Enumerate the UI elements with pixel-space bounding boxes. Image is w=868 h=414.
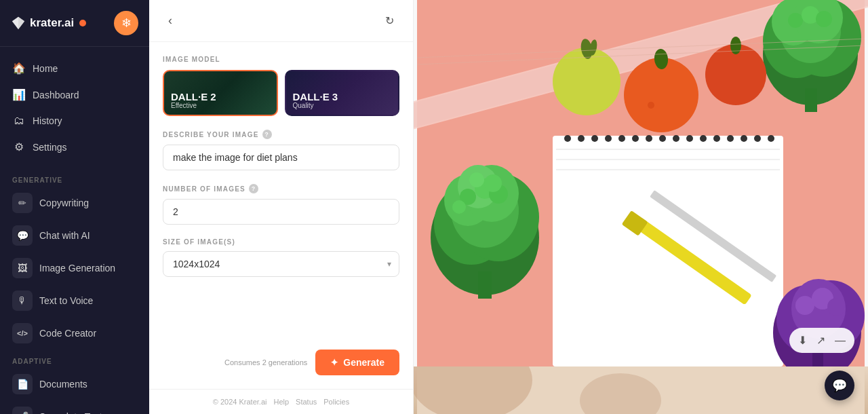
status-link[interactable]: Status (296, 398, 317, 406)
describe-input[interactable] (163, 145, 399, 170)
documents-icon: 📄 (12, 374, 33, 394)
snowflake-button[interactable]: ❄ (114, 11, 138, 35)
num-images-section: NUMBER OF IMAGES ? (163, 184, 399, 225)
svg-point-63 (795, 296, 814, 315)
svg-point-54 (730, 37, 741, 54)
adaptive-section-label: ADAPTIVE (0, 350, 149, 368)
sidebar-item-label: Speech to Text (39, 411, 102, 414)
sidebar-item-label: Image Generation (39, 263, 115, 274)
generate-label: Generate (343, 357, 384, 368)
form-content: IMAGE MODEL DALL·E 2 Effective DALL·E 3 … (149, 42, 413, 389)
logo-area: krater.ai ❄ (0, 0, 149, 47)
home-icon: 🏠 (12, 62, 26, 75)
sidebar-item-history[interactable]: 🗂 History (0, 108, 149, 134)
settings-icon: ⚙ (12, 140, 26, 153)
chat-fab-button[interactable]: 💬 (825, 371, 854, 400)
size-select[interactable]: 1024x1024 512x512 256x256 (163, 251, 399, 277)
svg-rect-30 (478, 271, 492, 299)
download-button[interactable]: ⬇ (796, 332, 809, 349)
svg-point-17 (700, 135, 707, 142)
svg-point-52 (648, 102, 654, 109)
footer: © 2024 Krater.ai Help Status Policies (149, 389, 413, 414)
svg-point-20 (741, 135, 747, 142)
image-model-section: IMAGE MODEL DALL·E 2 Effective DALL·E 3 … (163, 56, 399, 116)
generated-image-main: ⬇ ↗ — (414, 0, 868, 366)
svg-point-18 (713, 135, 720, 142)
svg-point-13 (646, 135, 652, 142)
svg-point-19 (727, 135, 734, 142)
main-nav: 🏠 Home 📊 Dashboard 🗂 History ⚙ Settings (0, 47, 149, 168)
svg-point-16 (686, 135, 693, 142)
svg-point-65 (827, 298, 845, 316)
svg-point-70 (414, 366, 532, 414)
dalle3-name: DALL·E 3 (293, 92, 338, 102)
dalle2-desc: Effective (171, 102, 197, 109)
dalle2-name: DALL·E 2 (171, 92, 216, 102)
more-options-button[interactable]: — (833, 332, 848, 349)
sidebar-item-label: Code Creator (39, 328, 96, 339)
svg-rect-46 (805, 88, 817, 112)
sidebar-item-label: Text to Voice (39, 295, 93, 306)
form-panel: ‹ ↻ IMAGE MODEL DALL·E 2 Effective DALL·… (149, 0, 414, 414)
describe-help-icon[interactable]: ? (262, 130, 272, 139)
dalle2-card[interactable]: DALL·E 2 Effective (163, 70, 278, 116)
generated-image-secondary (414, 366, 868, 414)
sidebar-item-label: Copywriting (39, 197, 89, 208)
sidebar-item-label: Home (33, 63, 58, 74)
sidebar-item-label: Dashboard (33, 90, 79, 100)
svg-point-45 (816, 11, 832, 27)
sidebar-item-label: Documents (39, 379, 87, 390)
help-link[interactable]: Help (273, 398, 289, 406)
svg-point-11 (618, 135, 625, 142)
share-button[interactable]: ↗ (814, 332, 827, 349)
num-images-label: NUMBER OF IMAGES ? (163, 184, 399, 193)
dalle3-card[interactable]: DALL·E 3 Quality (285, 70, 400, 116)
svg-point-21 (754, 135, 761, 142)
speech-icon: 🎤 (12, 407, 33, 414)
num-images-help-icon[interactable]: ? (249, 184, 258, 193)
sidebar-item-label: Chat with AI (39, 230, 90, 241)
code-icon: </> (12, 323, 33, 343)
generate-area: Consumes 2 generations ✦ Generate (163, 350, 399, 375)
describe-section: DESCRIBE YOUR IMAGE ? (163, 130, 399, 170)
svg-point-8 (578, 135, 585, 142)
svg-rect-66 (812, 353, 823, 366)
main-area: ‹ ↻ IMAGE MODEL DALL·E 2 Effective DALL·… (149, 0, 868, 414)
sidebar-item-copywriting[interactable]: ✏ Copywriting (0, 187, 149, 219)
generative-section-label: GENERATIVE (0, 168, 149, 187)
svg-point-35 (469, 172, 484, 187)
sidebar-item-code-creator[interactable]: </> Code Creator (0, 317, 149, 350)
sidebar-item-label: Settings (33, 142, 67, 153)
consumes-text: Consumes 2 generations (224, 358, 307, 366)
image-overlay-actions: ⬇ ↗ — (789, 328, 854, 353)
sidebar-item-settings[interactable]: ⚙ Settings (0, 134, 149, 160)
refresh-button[interactable]: ↻ (380, 12, 399, 30)
svg-point-43 (788, 13, 803, 28)
svg-point-7 (564, 135, 571, 142)
chat-icon: 💬 (12, 225, 33, 246)
sidebar-item-text-to-voice[interactable]: 🎙 Text to Voice (0, 284, 149, 317)
back-button[interactable]: ‹ (163, 11, 178, 31)
image-panel: ⬇ ↗ — (414, 0, 868, 414)
logo-dot-accent (79, 20, 86, 26)
svg-rect-3 (553, 136, 783, 366)
sidebar-item-dashboard[interactable]: 📊 Dashboard (0, 81, 149, 108)
copywriting-icon: ✏ (12, 193, 33, 213)
copyright-text: © 2024 Krater.ai (213, 398, 267, 406)
num-images-input[interactable] (163, 199, 399, 225)
sidebar: krater.ai ❄ 🏠 Home 📊 Dashboard 🗂 History… (0, 0, 149, 414)
sidebar-item-label: History (33, 115, 62, 126)
svg-point-12 (632, 135, 639, 142)
size-label: SIZE OF IMAGE(S) (163, 238, 399, 246)
sidebar-item-speech-to-text[interactable]: 🎤 Speech to Text (0, 400, 149, 414)
svg-point-36 (484, 174, 502, 192)
sidebar-item-image-generation[interactable]: 🖼 Image Generation (0, 252, 149, 284)
policies-link[interactable]: Policies (323, 398, 349, 406)
panel-header: ‹ ↻ (149, 0, 413, 42)
sidebar-item-home[interactable]: 🏠 Home (0, 55, 149, 81)
sidebar-item-documents[interactable]: 📄 Documents (0, 368, 149, 400)
generate-button[interactable]: ✦ Generate (315, 350, 399, 375)
dashboard-icon: 📊 (12, 88, 26, 101)
svg-point-14 (659, 135, 666, 142)
sidebar-item-chat-with-ai[interactable]: 💬 Chat with AI (0, 219, 149, 252)
